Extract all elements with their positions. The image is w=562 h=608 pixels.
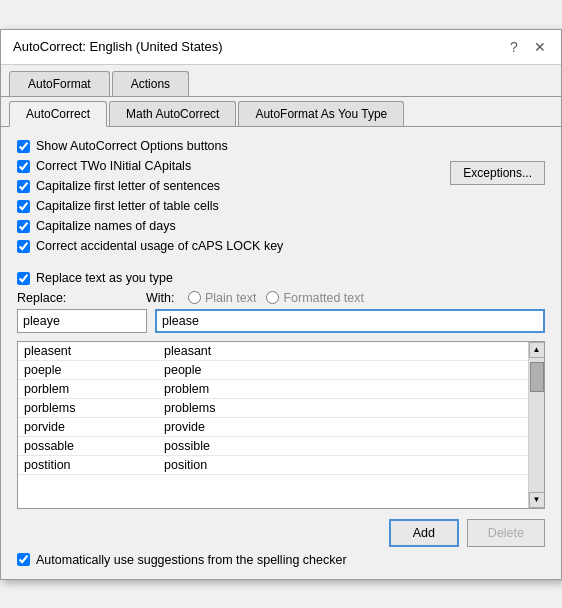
table-cell-with: people [164, 363, 522, 377]
cb-capitalize-sentence-label: Capitalize first letter of sentences [36, 179, 220, 193]
tab-actions[interactable]: Actions [112, 71, 189, 96]
table-row[interactable]: postitionposition [18, 456, 528, 475]
scroll-down-arrow[interactable]: ▼ [529, 492, 545, 508]
formatted-text-label: Formatted text [283, 291, 364, 305]
cb-show-options-label: Show AutoCorrect Options buttons [36, 139, 228, 153]
tab-math-autocorrect[interactable]: Math AutoCorrect [109, 101, 236, 126]
cb-spelling-suggestions[interactable] [17, 553, 30, 566]
scroll-up-arrow[interactable]: ▲ [529, 342, 545, 358]
outer-tabs: AutoFormat Actions [1, 65, 561, 97]
radio-group: Plain text Formatted text [188, 291, 364, 305]
table-row[interactable]: pleasentpleasant [18, 342, 528, 361]
table-row[interactable]: porblemsproblems [18, 399, 528, 418]
replace-inputs-row [17, 309, 545, 333]
table-row[interactable]: porblemproblem [18, 380, 528, 399]
cb-show-options[interactable] [17, 140, 30, 153]
footer-checkbox-row: Automatically use suggestions from the s… [17, 553, 545, 567]
plain-text-radio[interactable] [188, 291, 201, 304]
checkbox-two-initial: Correct TWo INitial CApitals [17, 159, 425, 173]
cb-two-initial-label: Correct TWo INitial CApitals [36, 159, 191, 173]
autocorrect-table: pleasentpleasantpoeplepeopleporblemprobl… [17, 341, 545, 509]
top-section: Show AutoCorrect Options buttons Correct… [17, 139, 545, 259]
table-cell-with: possible [164, 439, 522, 453]
table-cell-replace: pleasent [24, 344, 164, 358]
cb-caps-lock[interactable] [17, 240, 30, 253]
table-row[interactable]: porvideprovide [18, 418, 528, 437]
checkbox-caps-lock: Correct accidental usage of cAPS LOCK ke… [17, 239, 425, 253]
cb-replace-text-label: Replace text as you type [36, 271, 173, 285]
tab-autoformat[interactable]: AutoFormat [9, 71, 110, 96]
formatted-text-radio[interactable] [266, 291, 279, 304]
delete-button[interactable]: Delete [467, 519, 545, 547]
plain-text-label: Plain text [205, 291, 256, 305]
table-cell-replace: poeple [24, 363, 164, 377]
help-button[interactable]: ? [505, 38, 523, 56]
cb-capitalize-days-label: Capitalize names of days [36, 219, 176, 233]
checkbox-replace-text: Replace text as you type [17, 271, 545, 285]
replace-label: Replace: [17, 291, 82, 305]
add-button[interactable]: Add [389, 519, 459, 547]
close-button[interactable]: ✕ [531, 38, 549, 56]
replace-input[interactable] [17, 309, 147, 333]
table-cell-replace: postition [24, 458, 164, 472]
table-cell-with: position [164, 458, 522, 472]
title-bar-controls: ? ✕ [505, 38, 549, 56]
checkbox-capitalize-table: Capitalize first letter of table cells [17, 199, 425, 213]
scroll-track [529, 358, 544, 492]
cb-capitalize-days[interactable] [17, 220, 30, 233]
cb-spelling-suggestions-label: Automatically use suggestions from the s… [36, 553, 347, 567]
table-cell-replace: porvide [24, 420, 164, 434]
autocorrect-dialog: AutoCorrect: English (United States) ? ✕… [0, 29, 562, 580]
checkboxes-area: Show AutoCorrect Options buttons Correct… [17, 139, 425, 259]
checkbox-capitalize-sentence: Capitalize first letter of sentences [17, 179, 425, 193]
tab-autoformat-as-you-type[interactable]: AutoFormat As You Type [238, 101, 404, 126]
table-content: pleasentpleasantpoeplepeopleporblemprobl… [18, 342, 528, 508]
dialog-title: AutoCorrect: English (United States) [13, 39, 223, 54]
cb-capitalize-table-label: Capitalize first letter of table cells [36, 199, 219, 213]
scrollbar[interactable]: ▲ ▼ [528, 342, 544, 508]
table-cell-replace: possable [24, 439, 164, 453]
table-cell-with: provide [164, 420, 522, 434]
cb-replace-text[interactable] [17, 272, 30, 285]
checkbox-show-options: Show AutoCorrect Options buttons [17, 139, 425, 153]
tab-autocorrect[interactable]: AutoCorrect [9, 101, 107, 127]
cb-caps-lock-label: Correct accidental usage of cAPS LOCK ke… [36, 239, 283, 253]
action-buttons: Add Delete [17, 519, 545, 547]
checkbox-capitalize-days: Capitalize names of days [17, 219, 425, 233]
title-bar: AutoCorrect: English (United States) ? ✕ [1, 30, 561, 65]
exceptions-button[interactable]: Exceptions... [450, 161, 545, 185]
table-row[interactable]: poeplepeople [18, 361, 528, 380]
table-cell-with: pleasant [164, 344, 522, 358]
table-cell-replace: porblems [24, 401, 164, 415]
dialog-content: Show AutoCorrect Options buttons Correct… [1, 127, 561, 579]
table-cell-with: problems [164, 401, 522, 415]
inner-tabs: AutoCorrect Math AutoCorrect AutoFormat … [1, 97, 561, 127]
with-input[interactable] [155, 309, 545, 333]
table-row[interactable]: possablepossible [18, 437, 528, 456]
cb-capitalize-table[interactable] [17, 200, 30, 213]
cb-capitalize-sentence[interactable] [17, 180, 30, 193]
table-cell-replace: porblem [24, 382, 164, 396]
cb-two-initial[interactable] [17, 160, 30, 173]
scroll-thumb[interactable] [530, 362, 544, 392]
table-cell-with: problem [164, 382, 522, 396]
with-label: With: [146, 291, 184, 305]
